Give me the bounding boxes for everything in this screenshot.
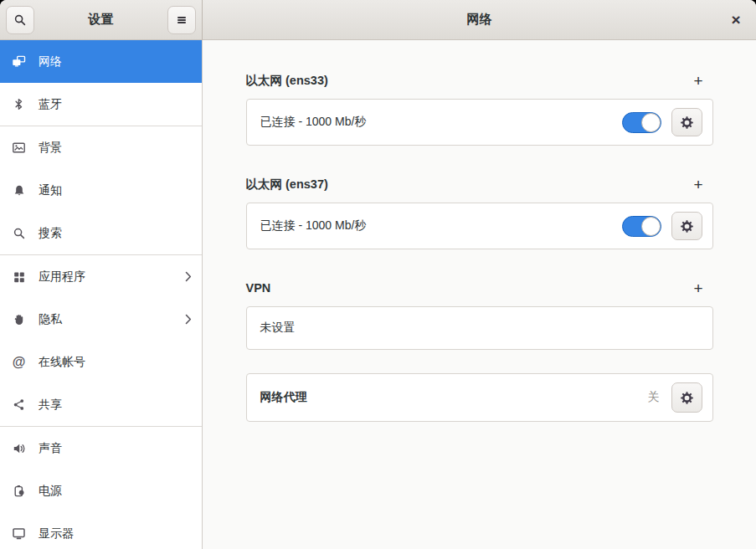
connection-status: 已连接 - 1000 Mb/秒 [260,115,622,130]
connection-toggle[interactable] [622,112,661,133]
sidebar-item-label: 搜索 [39,226,192,241]
hamburger-menu-icon [175,13,188,27]
sidebar-item-label: 通知 [39,183,192,198]
sidebar-item-applications[interactable]: 应用程序 [0,255,202,298]
sidebar-item-label: 背景 [39,141,192,156]
connection-card: 已连接 - 1000 Mb/秒 [246,99,713,146]
connection-toggle[interactable] [622,216,661,237]
close-button[interactable]: × [724,8,748,32]
page-title: 网络 [203,12,756,28]
proxy-row: 网络代理 关 [247,374,712,421]
app-title: 设置 [34,12,167,28]
gear-icon [681,116,693,129]
proxy-value: 关 [648,390,660,405]
proxy-settings-button[interactable] [671,382,702,413]
bluetooth-icon [12,97,26,111]
menu-button[interactable] [167,6,196,34]
chevron-right-icon [185,314,192,325]
battery-icon [12,484,26,498]
sidebar-item-label: 电源 [39,484,192,499]
search-icon [13,13,27,27]
monitor-icon [12,526,26,541]
settings-sidebar: 网络 蓝牙 背景 通知 [0,40,203,549]
share-icon [12,398,26,412]
sidebar-item-label: 蓝牙 [39,97,192,112]
privacy-hand-icon [12,312,26,326]
vpn-status: 未设置 [260,321,702,336]
add-connection-button[interactable]: + [690,177,706,192]
sidebar-item-label: 声音 [39,441,192,456]
apps-grid-icon [12,269,26,284]
sidebar-item-bluetooth[interactable]: 蓝牙 [0,83,202,126]
search-button[interactable] [6,6,34,34]
search-icon [12,226,26,240]
section-title: VPN [246,281,271,295]
sidebar-item-label: 网络 [39,54,192,69]
chevron-right-icon [185,271,192,282]
sidebar-item-notifications[interactable]: 通知 [0,169,202,212]
connection-settings-button[interactable] [671,108,702,136]
bell-icon [12,183,26,198]
sidebar-item-online-accounts[interactable]: @ 在线帐号 [0,341,202,383]
proxy-card: 网络代理 关 [246,373,713,422]
connection-row[interactable]: 已连接 - 1000 Mb/秒 [247,100,712,145]
settings-window: 设置 网络 × 网络 蓝 [0,0,756,549]
vpn-card: 未设置 [246,306,713,350]
proxy-label: 网络代理 [260,390,648,405]
background-icon [12,141,26,155]
add-connection-button[interactable]: + [690,73,706,89]
network-icon [12,54,26,69]
sidebar-item-label: 在线帐号 [39,355,192,370]
ethernet-ens33-section: 以太网 (ens33) + 已连接 - 1000 Mb/秒 [246,72,713,146]
sidebar-item-network[interactable]: 网络 [0,40,202,83]
sidebar-item-label: 隐私 [39,312,185,327]
add-vpn-button[interactable]: + [690,280,706,296]
section-title: 以太网 (ens33) [246,73,328,89]
close-icon: × [731,11,740,29]
speaker-icon [12,441,26,455]
sidebar-headerbar: 设置 [0,0,203,40]
connection-row[interactable]: 已连接 - 1000 Mb/秒 [247,203,712,249]
connection-settings-button[interactable] [671,212,702,240]
sidebar-item-background[interactable]: 背景 [0,126,202,169]
network-panel: 以太网 (ens33) + 已连接 - 1000 Mb/秒 [203,40,756,549]
vpn-row: 未设置 [247,307,712,349]
connection-status: 已连接 - 1000 Mb/秒 [260,218,622,233]
toggle-knob [641,217,661,236]
sidebar-item-label: 显示器 [39,526,192,541]
gear-icon [681,220,693,233]
sidebar-item-displays[interactable]: 显示器 [0,512,202,549]
sidebar-item-search[interactable]: 搜索 [0,212,202,254]
sidebar-item-label: 共享 [39,398,192,413]
sidebar-item-label: 应用程序 [39,269,185,285]
sidebar-item-privacy[interactable]: 隐私 [0,298,202,341]
section-title: 以太网 (ens37) [246,177,328,192]
sidebar-item-sound[interactable]: 声音 [0,427,202,469]
toggle-knob [641,113,661,132]
vpn-section: VPN + 未设置 [246,280,713,350]
ethernet-ens37-section: 以太网 (ens37) + 已连接 - 1000 Mb/秒 [246,176,713,249]
gear-icon [681,392,693,404]
main-headerbar: 网络 × [203,0,756,40]
connection-card: 已连接 - 1000 Mb/秒 [246,203,713,249]
sidebar-item-power[interactable]: 电源 [0,469,202,512]
at-sign-icon: @ [12,355,26,369]
sidebar-item-sharing[interactable]: 共享 [0,383,202,426]
titlebar: 设置 网络 × [0,0,756,40]
